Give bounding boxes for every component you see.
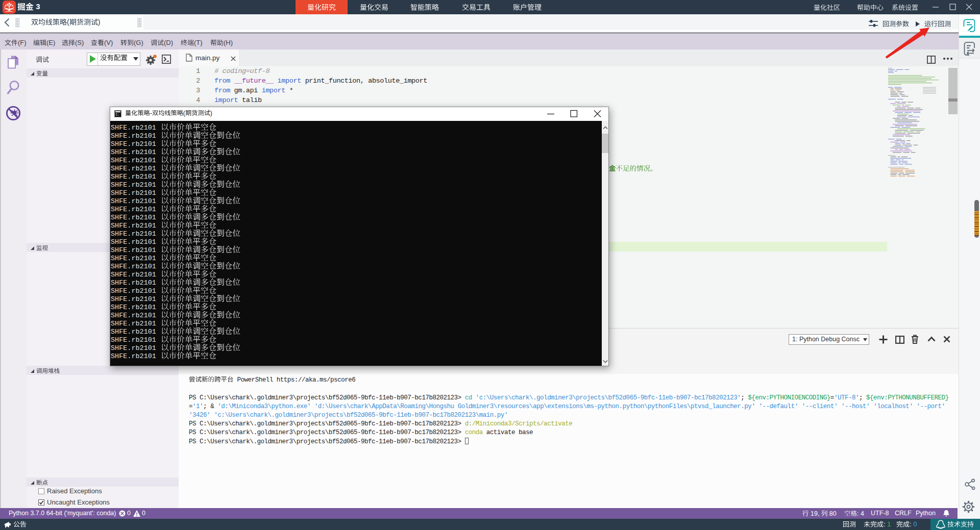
svg-text:C:: C: bbox=[116, 113, 120, 116]
